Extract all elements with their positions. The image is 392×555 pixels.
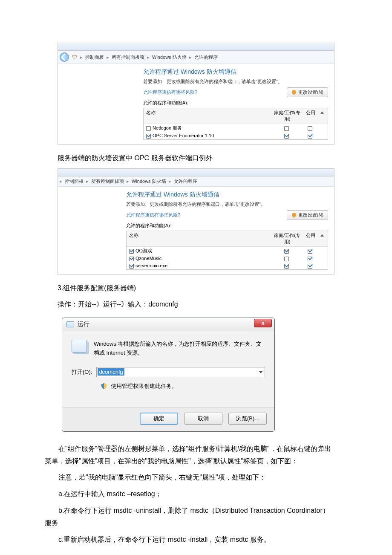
- paragraph: 在"组件服务"管理器的左侧树形菜单，选择"组件服务\计算机\我的电脑"，在鼠标右…: [45, 443, 334, 468]
- checkbox-icon[interactable]: [308, 257, 312, 261]
- checkbox-icon[interactable]: [284, 126, 289, 131]
- run-titlebar: 运行 x: [62, 318, 274, 331]
- scroll-up-icon[interactable]: [319, 232, 325, 245]
- col-public: 公用: [302, 232, 319, 245]
- checkbox-icon[interactable]: [308, 134, 312, 139]
- breadcrumb-item[interactable]: 所有控制面板项: [91, 178, 124, 185]
- allowed-programs-label: 允许的程序和功能(A):: [143, 100, 328, 106]
- firewall-window-1: 🛡 ▸ 控制面板 ▸ 所有控制面板项 ▸ Windows 防火墙 ▸ 允许的程序…: [58, 43, 334, 145]
- allowed-programs-table: 名称 家庭/工作(专用) 公用 QQ游戏 QzoneMusic: [126, 231, 328, 269]
- paragraph: 注意，若"我的电脑"显示红色向下箭头，右键无"属性"项，处理如下：: [45, 471, 334, 484]
- program-icon: [72, 340, 87, 353]
- paragraph: a.在运行中输入 msdtc –resetlog；: [45, 488, 334, 500]
- scroll-up-icon[interactable]: [319, 110, 325, 122]
- firewall-desc: 若要添加、更改或删除所有允许的程序和端口，请单击"更改设置"。: [143, 78, 328, 85]
- risk-link[interactable]: 允许程序通信有哪些风险?: [126, 212, 180, 218]
- firewall-window-2: ▸ 控制面板 ▸ 所有控制面板项 ▸ Windows 防火墙 ▸ 允许的程序 允…: [58, 168, 334, 274]
- col-name: 名称: [146, 110, 272, 122]
- run-icon: [66, 321, 74, 327]
- breadcrumb-item[interactable]: 控制面板: [85, 54, 104, 61]
- table-row[interactable]: QzoneMusic: [127, 255, 328, 262]
- checkbox-icon[interactable]: [129, 264, 134, 269]
- table-row[interactable]: OPC Server Enumerator 1.10: [144, 132, 328, 139]
- firewall-heading: 允许程序通过 Windows 防火墙通信: [143, 68, 328, 76]
- table-row[interactable]: QQ游戏: [127, 247, 328, 255]
- table-row[interactable]: servermain.exe: [127, 262, 328, 269]
- admin-task-label: 使用管理权限创建此任务。: [111, 382, 177, 390]
- breadcrumb-item[interactable]: Windows 防火墙: [152, 54, 187, 61]
- browse-button[interactable]: 浏览(B)...: [228, 413, 267, 425]
- checkbox-icon[interactable]: [284, 249, 289, 254]
- change-settings-button[interactable]: 更改设置(N): [287, 210, 328, 220]
- run-actions: 确定 取消 浏览(B)...: [62, 407, 274, 431]
- breadcrumb-item[interactable]: 允许的程序: [174, 178, 197, 185]
- run-dialog: 运行 x Windows 将根据您所输入的名称，为您打开相应的程序、文件夹、文档…: [62, 318, 275, 432]
- checkbox-icon[interactable]: [308, 126, 312, 131]
- nav-back-button[interactable]: [60, 52, 69, 62]
- run-title-text: 运行: [78, 321, 89, 328]
- checkbox-icon[interactable]: [308, 264, 312, 269]
- breadcrumb-item[interactable]: 所有控制面板项: [112, 54, 144, 61]
- table-header: 名称 家庭/工作(专用) 公用: [144, 108, 328, 124]
- paragraph: b.在命令行下运行 msdtc -uninstall，删除了 msdtc（Dis…: [45, 505, 334, 529]
- breadcrumb-item[interactable]: 控制面板: [65, 178, 84, 185]
- col-name: 名称: [129, 232, 272, 245]
- table-header: 名称 家庭/工作(专用) 公用: [127, 231, 328, 247]
- section-3-title: 3.组件服务配置(服务器端): [58, 282, 334, 295]
- checkbox-icon[interactable]: [129, 257, 134, 261]
- checkbox-icon[interactable]: [284, 264, 289, 269]
- caption: 服务器端的防火墙设置中 OPC 服务器软件端口例外: [58, 152, 334, 165]
- breadcrumb-item[interactable]: 允许的程序: [194, 54, 218, 61]
- shield-icon: [291, 90, 297, 95]
- close-button[interactable]: x: [254, 319, 272, 327]
- checkbox-icon[interactable]: [308, 249, 312, 254]
- col-home: 家庭/工作(专用): [272, 110, 302, 122]
- window-titlebar: [58, 43, 334, 51]
- paragraph: c.重新启动机器后，在命令行下运行 msdtc -install，安装 msdt…: [45, 534, 334, 546]
- breadcrumb-item[interactable]: Windows 防火墙: [132, 178, 166, 185]
- shield-icon: [101, 383, 107, 390]
- allowed-programs-table: 名称 家庭/工作(专用) 公用 Netlogon 服务 OPC Server E…: [143, 108, 328, 140]
- open-value: dcomcnfg: [98, 368, 124, 376]
- checkbox-icon[interactable]: [146, 126, 151, 131]
- change-settings-button[interactable]: 更改设置(N): [287, 87, 328, 97]
- run-description: Windows 将根据您所输入的名称，为您打开相应的程序、文件夹、文档或 Int…: [94, 340, 265, 358]
- open-label: 打开(O):: [72, 368, 92, 376]
- section-3-operation: 操作：开始--》运行--》输入：dcomcnfg: [58, 298, 334, 311]
- breadcrumb: ▸ 控制面板 ▸ 所有控制面板项 ▸ Windows 防火墙 ▸ 允许的程序: [58, 176, 334, 187]
- firewall-desc: 若要添加、更改或删除所有允许的程序和端口，请单击"更改设置"。: [126, 201, 328, 208]
- col-home: 家庭/工作(专用): [272, 232, 302, 245]
- shield-icon: 🛡: [72, 54, 78, 60]
- checkbox-icon[interactable]: [284, 134, 289, 139]
- ok-button[interactable]: 确定: [140, 413, 178, 425]
- col-public: 公用: [302, 110, 319, 122]
- firewall-heading: 允许程序通过 Windows 防火墙通信: [126, 191, 328, 199]
- checkbox-icon[interactable]: [146, 134, 151, 139]
- open-combobox[interactable]: dcomcnfg: [96, 367, 265, 377]
- window-titlebar: [58, 169, 334, 176]
- cancel-button[interactable]: 取消: [184, 413, 222, 425]
- breadcrumb: 🛡 ▸ 控制面板 ▸ 所有控制面板项 ▸ Windows 防火墙 ▸ 允许的程序: [58, 51, 334, 64]
- shield-icon: [291, 213, 297, 218]
- breadcrumb-sep: ▸: [80, 55, 83, 60]
- risk-link[interactable]: 允许程序通信有哪些风险?: [143, 89, 197, 95]
- table-row[interactable]: Netlogon 服务: [144, 124, 328, 132]
- checkbox-icon[interactable]: [284, 257, 289, 261]
- chevron-down-icon[interactable]: [259, 371, 263, 373]
- checkbox-icon[interactable]: [129, 249, 134, 254]
- allowed-programs-label: 允许的程序和功能(A):: [126, 223, 328, 229]
